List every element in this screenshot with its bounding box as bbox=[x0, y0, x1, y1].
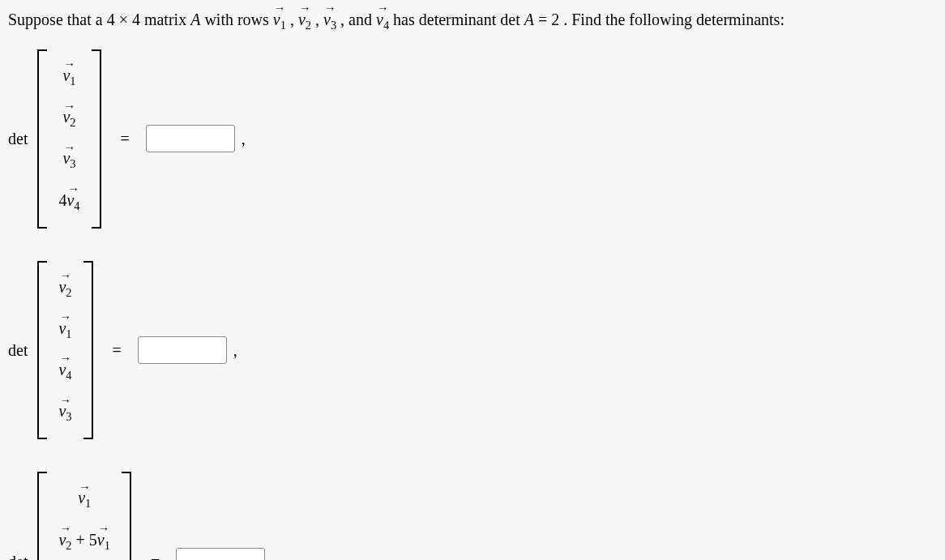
matrix-row: v2 + 5v1 bbox=[58, 528, 109, 554]
equals-sign: = bbox=[113, 339, 122, 361]
matrix-row: 4v4 bbox=[58, 189, 79, 214]
sep: , and bbox=[340, 11, 376, 28]
matrix-row: v1 bbox=[78, 486, 91, 511]
sep: , bbox=[290, 11, 298, 28]
text: matrix bbox=[144, 11, 190, 28]
matrix-2: v2 v1 v4 v3 bbox=[37, 261, 92, 440]
left-bracket-icon bbox=[37, 49, 47, 229]
det-label: det bbox=[8, 550, 28, 560]
matrix-body: v1 v2 v3 4v4 bbox=[47, 49, 91, 229]
matrix-row: v3 bbox=[62, 147, 75, 172]
text: with rows bbox=[204, 11, 272, 28]
problem-statement: Suppose that a 4 × 4 matrix A with rows … bbox=[8, 8, 937, 33]
dimension: 4 × 4 bbox=[107, 11, 140, 28]
equals-sign: = bbox=[151, 550, 160, 560]
sep: , bbox=[315, 11, 323, 28]
comma: , bbox=[233, 339, 237, 361]
matrix-3: v1 v2 + 5v1 v3 v4 bbox=[37, 472, 130, 560]
matrix-A: A bbox=[524, 11, 534, 28]
det-label: det bbox=[8, 127, 28, 150]
text: has determinant bbox=[393, 11, 500, 28]
det-value: 2 bbox=[551, 11, 559, 28]
matrix-row: v3 bbox=[58, 400, 71, 425]
sub-1: 1 bbox=[280, 19, 286, 32]
determinant-expression-1: det v1 v2 v3 4v4 = , bbox=[8, 49, 937, 229]
vector-v3: v bbox=[323, 8, 331, 31]
period: . bbox=[272, 550, 276, 560]
matrix-body: v2 v1 v4 v3 bbox=[47, 261, 83, 440]
comma: , bbox=[242, 127, 246, 150]
matrix-body: v1 v2 + 5v1 v3 v4 bbox=[47, 472, 121, 560]
matrix-row: v4 bbox=[58, 358, 71, 383]
matrix-row: v1 bbox=[58, 317, 71, 342]
right-bracket-icon bbox=[83, 261, 93, 440]
det-label: det bbox=[500, 11, 520, 28]
right-bracket-icon bbox=[122, 472, 131, 560]
matrix-A: A bbox=[190, 11, 200, 28]
determinant-expression-3: det v1 v2 + 5v1 v3 v4 = . bbox=[8, 472, 937, 560]
matrix-row: v1 bbox=[62, 64, 75, 89]
answer-input-3[interactable] bbox=[176, 548, 265, 560]
equals: = bbox=[538, 11, 551, 28]
right-bracket-icon bbox=[92, 49, 101, 229]
text: . Find the following determinants: bbox=[563, 11, 785, 28]
sub-4: 4 bbox=[383, 19, 389, 32]
vector-v1: v bbox=[273, 8, 280, 31]
text: Suppose that a bbox=[8, 11, 107, 28]
left-bracket-icon bbox=[37, 472, 47, 560]
answer-input-1[interactable] bbox=[146, 125, 235, 152]
matrix-row: v2 bbox=[62, 105, 75, 130]
vector-v4: v bbox=[376, 8, 383, 31]
sub-3: 3 bbox=[331, 19, 336, 32]
determinant-expression-2: det v2 v1 v4 v3 = , bbox=[8, 261, 937, 440]
left-bracket-icon bbox=[37, 261, 47, 440]
sub-2: 2 bbox=[306, 19, 311, 32]
det-label: det bbox=[8, 339, 28, 361]
matrix-1: v1 v2 v3 4v4 bbox=[37, 49, 100, 229]
answer-input-2[interactable] bbox=[138, 336, 227, 364]
vector-v2: v bbox=[298, 8, 306, 31]
equals-sign: = bbox=[121, 127, 130, 150]
matrix-row: v2 bbox=[58, 276, 71, 301]
